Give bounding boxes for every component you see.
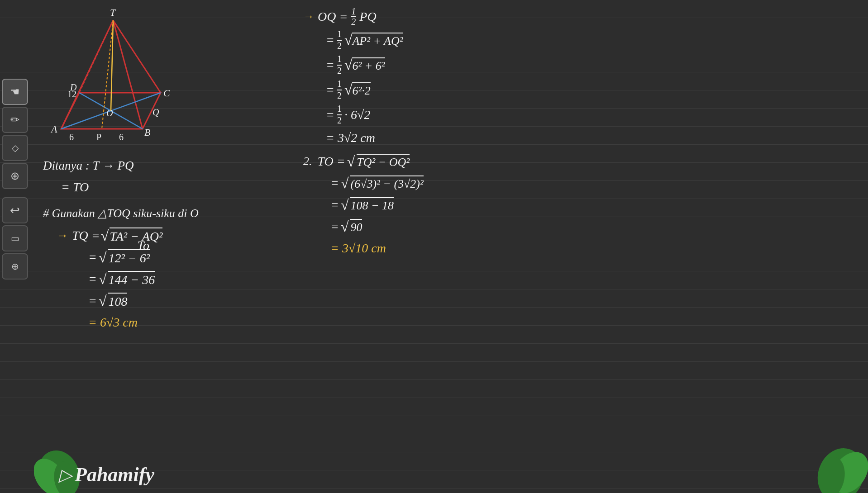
r1-eq: =	[326, 33, 334, 47]
svg-line-3	[113, 20, 161, 93]
hand-icon: ☚	[10, 85, 20, 98]
rectangle-tool[interactable]: ▭	[2, 225, 28, 251]
step1-eq2-eq: =	[88, 272, 97, 286]
arrow-symbol: →	[57, 229, 68, 242]
eraser-tool[interactable]: ◇	[2, 135, 28, 161]
sqrt-symbol-4: √	[99, 293, 107, 309]
ditanya-section: Ditanya : T → PQ = TO	[43, 156, 134, 199]
s1-eq: =	[330, 176, 339, 190]
sqrt-s3: √	[341, 218, 349, 235]
hand-tool[interactable]: ☚	[2, 79, 28, 105]
svg-text:6: 6	[119, 132, 124, 142]
svg-text:A: A	[50, 123, 57, 135]
pencil-icon: ✏	[10, 114, 19, 126]
brand-name: Pahamify	[75, 463, 154, 486]
s2-expr: 108 − 18	[350, 197, 394, 213]
r4-expr: · 6√2	[344, 108, 370, 122]
geometry-diagram: T A 6 P 6 B C D 12 O Q	[43, 7, 197, 152]
step1-eq3-line: = √ 108	[88, 291, 162, 310]
r5-text: = 3√2 cm	[326, 131, 375, 145]
sqrt-symbol-3: √	[99, 271, 107, 288]
step1-eq4-line: = 6√3 cm	[88, 313, 162, 332]
pq-label: PQ	[359, 9, 376, 24]
sqrt-symbol-1: √	[101, 228, 109, 244]
half-fraction: 1 2	[349, 7, 358, 26]
r4-eq: =	[326, 108, 334, 122]
sqrt-s2: √	[341, 197, 349, 213]
r3-expr: 6²·2	[352, 82, 370, 98]
step1-eq2-expr: 144 − 36	[108, 271, 155, 287]
undo-tool[interactable]: ↩	[2, 197, 28, 223]
step2-to-label: TO =	[318, 154, 345, 169]
svg-text:12: 12	[67, 89, 76, 99]
to-label: To	[137, 238, 149, 253]
main-content: T A 6 P 6 B C D 12 O Q Ditanya : T → PQ …	[34, 0, 868, 493]
svg-text:6: 6	[69, 132, 74, 142]
eraser-icon: ◇	[12, 142, 19, 153]
sqrt-r1: √	[344, 32, 353, 48]
step1-eq2-line: = √ 144 − 36	[88, 270, 162, 289]
gunakan-line: # Gunakan △TOQ siku-siku di O	[43, 204, 199, 223]
r2-eq: =	[326, 58, 334, 72]
ditanya-line: Ditanya : T → PQ	[43, 156, 134, 175]
svg-text:Q: Q	[153, 107, 159, 117]
r3-line: = 1 2 √ 6²·2	[326, 79, 629, 101]
step1-eq1-line: = √ 12² − 6²	[88, 248, 162, 267]
step1-tq-expr: TA² − AQ²	[110, 228, 162, 244]
sqrt-r3: √	[344, 81, 353, 98]
r2-expr: 6² + 6²	[352, 57, 385, 73]
step1-eq4-text: = 6√3 cm	[88, 315, 138, 330]
sqrt-symbol-2: √	[99, 249, 107, 266]
gunakan-text: # Gunakan △TOQ siku-siku di O	[43, 206, 199, 220]
oq-label: OQ =	[318, 9, 348, 24]
step2-num: 2.	[303, 155, 312, 168]
oq-header-line: → OQ = 1 2 PQ	[303, 7, 629, 26]
r5-line: = 3√2 cm	[326, 128, 629, 147]
pencil-tool[interactable]: ✏	[2, 107, 28, 133]
gunakan-section: # Gunakan △TOQ siku-siku di O	[43, 204, 199, 225]
step2-header-line: 2. TO = √ TQ² − OQ²	[303, 152, 629, 171]
rectangle-icon: ▭	[11, 233, 19, 244]
r4-line: = 1 2 · 6√2	[326, 104, 629, 126]
s4-text: = 3√10 cm	[330, 241, 386, 256]
s3-eq: =	[330, 219, 339, 234]
equals-to-line: = TO	[61, 178, 134, 197]
s2-eq: =	[330, 198, 339, 212]
s1-line: = √ (6√3)² − (3√2)²	[330, 174, 629, 193]
s1-expr: (6√3)² − (3√2)²	[350, 175, 423, 191]
svg-text:T: T	[110, 7, 116, 18]
svg-text:O: O	[106, 108, 113, 118]
svg-text:B: B	[144, 127, 150, 138]
r1-line: = 1 2 √ AP² + AQ²	[326, 29, 629, 51]
undo-icon: ↩	[10, 204, 20, 218]
r2-line: = 1 2 √ 6² + 6²	[326, 54, 629, 76]
zoom-tool[interactable]: ⊕	[2, 253, 28, 280]
zoom-icon: ⊕	[11, 261, 19, 272]
r1-expr: AP² + AQ²	[352, 33, 403, 48]
svg-line-2	[113, 20, 143, 129]
step1-tq-label: TQ =	[72, 228, 100, 243]
target-tool[interactable]: ⊕	[2, 163, 28, 189]
ditanya-text: Ditanya : T → PQ	[43, 159, 134, 173]
s2-line: = √ 108 − 18	[330, 195, 629, 214]
s3-line: = √ 90	[330, 217, 629, 236]
svg-text:C: C	[163, 87, 170, 99]
step1-eq1-eq: =	[88, 250, 97, 265]
sqrt-r2: √	[344, 57, 353, 73]
brand-arrow-icon: ▷	[59, 465, 72, 485]
leaf-right	[809, 434, 868, 493]
s4-line: = 3√10 cm	[330, 239, 629, 258]
s3-expr: 90	[350, 219, 362, 234]
step2-to-expr: TQ² − OQ²	[357, 154, 410, 169]
right-math-section: → OQ = 1 2 PQ = 1 2 √ AP² + AQ² = 1	[303, 7, 629, 261]
brand-section: ▷ Pahamify	[59, 463, 154, 486]
toolbar: ☚ ✏ ◇ ⊕ ↩ ▭ ⊕	[0, 77, 32, 281]
step1-eq3-expr: 108	[108, 293, 127, 309]
arrow-symbol-right: →	[303, 10, 314, 23]
r3-eq: =	[326, 83, 334, 97]
sqrt-step2: √	[347, 153, 355, 170]
equals-to-text: = TO	[61, 180, 89, 194]
svg-text:P: P	[96, 132, 101, 142]
sqrt-s1: √	[341, 175, 349, 192]
target-icon: ⊕	[10, 170, 19, 182]
